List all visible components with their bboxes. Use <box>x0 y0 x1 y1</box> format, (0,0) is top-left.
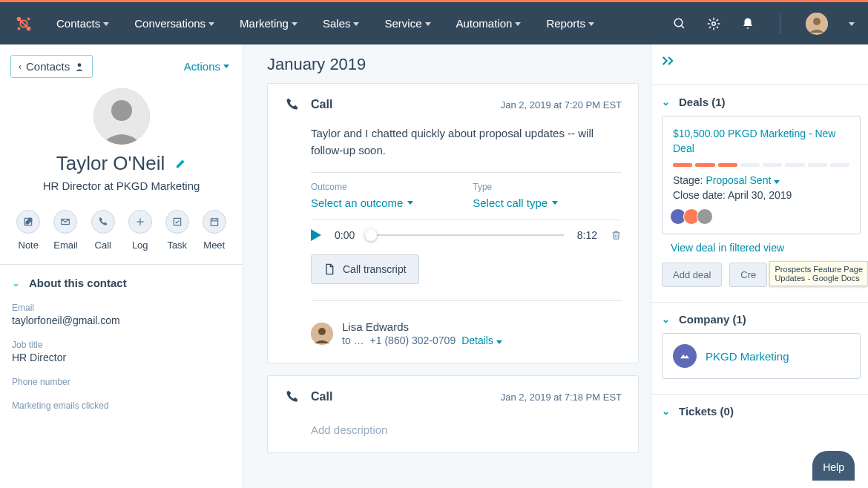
chevron-down-icon: ⌄ <box>662 314 670 325</box>
chevron-down-icon <box>103 22 109 26</box>
deal-name[interactable]: $10,500.00 PKGD Marketing - New Deal <box>673 127 849 156</box>
player-track[interactable] <box>368 234 564 236</box>
create-button[interactable]: Cre <box>729 263 767 287</box>
call-description-placeholder[interactable]: Add description <box>311 423 622 436</box>
contact-avatar <box>93 88 150 145</box>
timeline-month: January 2019 <box>267 44 639 83</box>
nav-reports[interactable]: Reports <box>546 17 594 30</box>
call-title: Call <box>311 390 332 403</box>
svg-rect-20 <box>211 219 217 225</box>
svg-point-7 <box>674 19 683 27</box>
calendar-icon <box>209 217 220 227</box>
divider <box>651 302 868 303</box>
actions-dropdown[interactable]: Actions <box>184 60 229 73</box>
chevron-down-icon <box>223 65 229 68</box>
edit-pencil-icon[interactable] <box>175 158 186 169</box>
call-transcript-button[interactable]: Call transcript <box>311 254 419 284</box>
settings-gear-icon[interactable] <box>707 17 720 30</box>
add-deal-button[interactable]: Add deal <box>662 263 722 287</box>
nav-automation[interactable]: Automation <box>456 17 522 30</box>
phone-icon <box>284 97 300 112</box>
field-label-emailclicks: Marketing emails clicked <box>12 400 226 411</box>
contact-sidebar: ‹ Contacts Actions Taylor O'Neil HR Dire… <box>0 44 243 488</box>
chevron-down-icon <box>552 201 558 205</box>
company-card[interactable]: PKGD Marketing <box>662 333 861 379</box>
call-timestamp: Jan 2, 2019 at 7:20 PM EST <box>501 99 622 111</box>
details-dropdown[interactable]: Details <box>461 334 502 346</box>
player-thumb[interactable] <box>365 229 377 241</box>
about-section-toggle[interactable]: ⌄ About this contact <box>12 277 226 289</box>
close-date-label: Close date: <box>673 189 726 201</box>
task-icon <box>172 217 183 227</box>
contact-name: Taylor O'Neil <box>56 152 165 175</box>
meet-action[interactable]: Meet <box>203 210 226 251</box>
call-description[interactable]: Taylor and I chatted quickly about propo… <box>311 125 622 159</box>
tickets-section-toggle[interactable]: ⌄ Tickets (0) <box>662 405 861 418</box>
call-timestamp: Jan 2, 2019 at 7:18 PM EST <box>501 392 622 403</box>
divider <box>311 300 622 301</box>
divider <box>651 85 868 85</box>
nav-marketing[interactable]: Marketing <box>240 17 297 30</box>
svg-line-8 <box>681 25 684 28</box>
type-select[interactable]: Select call type <box>473 197 558 209</box>
call-title: Call <box>311 98 332 111</box>
deal-card[interactable]: $10,500.00 PKGD Marketing - New Deal Sta… <box>662 116 861 234</box>
caller-name: Lisa Edwards <box>342 320 502 333</box>
breadcrumb-contacts[interactable]: ‹ Contacts <box>10 55 93 78</box>
chevron-down-icon <box>407 201 413 205</box>
chevron-down-icon <box>496 340 502 344</box>
phone-icon <box>98 217 108 227</box>
chevron-down-icon[interactable] <box>849 22 855 26</box>
stage-label: Stage: <box>673 174 703 186</box>
contact-subtitle: HR Director at PKGD Marketing <box>0 179 243 192</box>
chevron-down-icon: ⌄ <box>662 96 670 108</box>
notifications-bell-icon[interactable] <box>741 17 754 30</box>
email-action[interactable]: Email <box>53 210 78 251</box>
svg-point-12 <box>78 63 82 67</box>
field-value-email[interactable]: taylorfoneil@gmail.com <box>12 314 226 326</box>
delete-trash-icon[interactable] <box>611 229 622 241</box>
svg-point-14 <box>111 100 132 121</box>
company-section-toggle[interactable]: ⌄ Company (1) <box>662 313 861 326</box>
call-action[interactable]: Call <box>91 210 115 251</box>
activity-timeline: January 2019 Call Jan 2, 2019 at 7:20 PM… <box>243 44 651 488</box>
svg-point-25 <box>318 328 326 335</box>
task-action[interactable]: Task <box>165 210 189 251</box>
stage-select[interactable]: Proposal Sent <box>706 174 780 186</box>
svg-line-5 <box>19 19 24 24</box>
person-icon <box>74 62 85 72</box>
svg-point-9 <box>712 22 716 25</box>
svg-point-2 <box>27 17 30 20</box>
chevron-down-icon <box>353 22 359 26</box>
deals-section-toggle[interactable]: ⌄ Deals (1) <box>662 96 861 108</box>
company-name-link[interactable]: PKGD Marketing <box>706 350 789 363</box>
user-avatar[interactable] <box>806 13 828 35</box>
expand-chevrons-icon[interactable] <box>662 55 677 67</box>
avatar-icon <box>697 208 713 225</box>
caller-phone: +1 (860) 302-0709 <box>370 334 456 346</box>
field-label-jobtitle: Job title <box>12 340 226 350</box>
hubspot-logo-icon <box>13 13 34 34</box>
breadcrumb-label: Contacts <box>26 60 70 73</box>
field-value-jobtitle[interactable]: HR Director <box>12 352 226 363</box>
view-deal-link[interactable]: View deal in filtered view <box>671 242 861 254</box>
phone-icon <box>284 389 300 404</box>
help-button[interactable]: Help <box>812 451 855 481</box>
chevron-down-icon: ⌄ <box>12 277 20 288</box>
outcome-select[interactable]: Select an outcome <box>311 197 413 209</box>
search-icon[interactable] <box>673 17 686 30</box>
caller-avatar <box>311 323 333 345</box>
nav-sales[interactable]: Sales <box>323 17 360 30</box>
note-action[interactable]: Note <box>16 210 40 251</box>
play-button-icon[interactable] <box>311 229 321 241</box>
divider <box>651 394 868 395</box>
log-action[interactable]: Log <box>128 210 152 251</box>
nav-contacts[interactable]: Contacts <box>56 17 109 30</box>
field-label-phone: Phone number <box>12 377 226 387</box>
caller-to-prefix: to … <box>342 334 364 346</box>
nav-service[interactable]: Service <box>384 17 430 30</box>
chevron-down-icon <box>774 180 780 184</box>
top-nav: Contacts Conversations Marketing Sales S… <box>0 2 868 44</box>
nav-conversations[interactable]: Conversations <box>134 17 214 30</box>
chevron-left-icon: ‹ <box>19 62 22 72</box>
